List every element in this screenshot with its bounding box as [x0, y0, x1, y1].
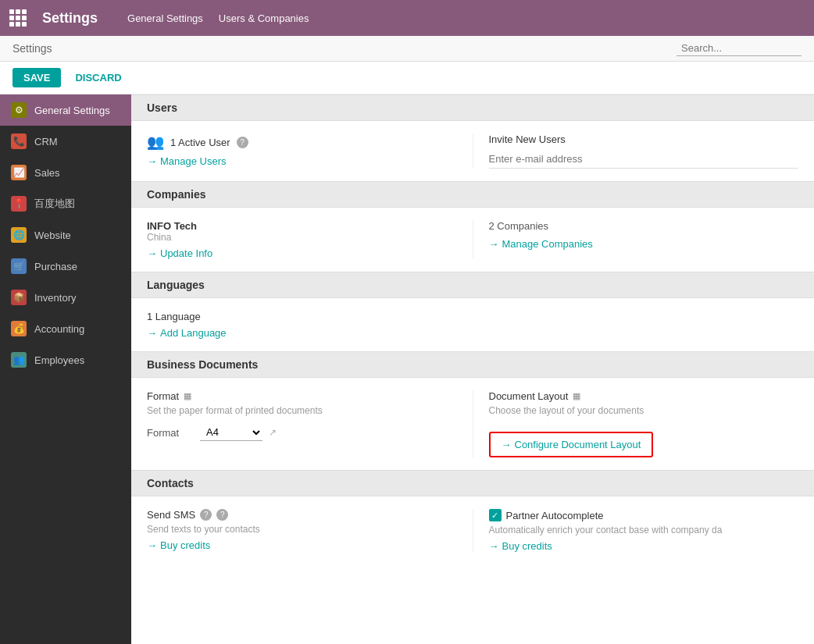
inventory-icon: 📦	[11, 290, 27, 305]
contacts-left-col: Send SMS ? ? Send texts to your contacts…	[147, 509, 473, 552]
companies-right-col: 2 Companies → Manage Companies	[473, 220, 799, 259]
company-name: INFO Tech	[147, 220, 457, 232]
content-area: Users 👥 1 Active User ? → Manage Users I…	[131, 94, 814, 644]
manage-companies-link[interactable]: → Manage Companies	[489, 238, 799, 250]
invite-email-input[interactable]	[489, 150, 799, 169]
sidebar-item-general-settings[interactable]: ⚙ General Settings	[0, 94, 131, 126]
business-docs-section-header: Business Documents	[131, 351, 814, 378]
sidebar-item-inventory[interactable]: 📦 Inventory	[0, 282, 131, 313]
buy-credits-link-2[interactable]: → Buy credits	[489, 540, 799, 552]
help-icon[interactable]: ?	[237, 137, 248, 148]
active-user-count: 1 Active User	[170, 137, 230, 148]
users-group-icon: 👥	[147, 133, 164, 151]
update-info-link[interactable]: → Update Info	[147, 247, 457, 259]
sidebar-label-employees: Employees	[34, 354, 84, 366]
sidebar-label-inventory: Inventory	[34, 292, 76, 304]
buy-credits-link-1[interactable]: → Buy credits	[147, 539, 457, 551]
partner-autocomplete-label: Partner Autocomplete	[506, 510, 604, 521]
format-label: Format ▦	[147, 390, 457, 402]
users-section-body: 👥 1 Active User ? → Manage Users Invite …	[131, 121, 814, 181]
crm-icon: 📞	[11, 133, 27, 149]
sidebar-item-website[interactable]: 🌐 Website	[0, 219, 131, 251]
save-button[interactable]: SAVE	[12, 68, 61, 87]
partner-autocomplete-row: ✓ Partner Autocomplete	[489, 509, 799, 521]
arrow-right-icon-2: →	[147, 247, 157, 259]
map-icon: 📍	[11, 196, 27, 212]
main-layout: ⚙ General Settings 📞 CRM 📈 Sales 📍 百度地图 …	[0, 94, 814, 644]
users-left-col: 👥 1 Active User ? → Manage Users	[147, 133, 473, 169]
sidebar-item-crm[interactable]: 📞 CRM	[0, 126, 131, 157]
language-count: 1 Language	[147, 311, 798, 322]
format-field-label: Format	[147, 427, 194, 439]
business-docs-right-col: Document Layout ▦ Choose the layout of y…	[473, 390, 799, 457]
arrow-right-icon: →	[147, 155, 157, 167]
send-sms-desc: Send texts to your contacts	[147, 524, 457, 535]
sidebar-item-map[interactable]: 📍 百度地图	[0, 188, 131, 219]
arrow-right-icon-6: →	[147, 539, 157, 551]
purchase-icon: 🛒	[11, 258, 27, 274]
arrow-right-icon-5: →	[502, 439, 512, 450]
send-sms-row: Send SMS ? ?	[147, 509, 457, 521]
users-right-col: Invite New Users	[473, 133, 799, 169]
companies-left-col: INFO Tech China → Update Info	[147, 220, 473, 259]
languages-section-body: 1 Language → Add Language	[131, 298, 814, 351]
company-country: China	[147, 232, 457, 243]
users-section-header: Users	[131, 94, 814, 121]
subheader: Settings	[0, 36, 814, 62]
doc-layout-label: Document Layout ▦	[489, 390, 799, 402]
arrow-right-icon-3: →	[489, 238, 499, 250]
sidebar-label-accounting: Accounting	[34, 323, 84, 335]
sidebar-label-general-settings: General Settings	[34, 105, 110, 116]
send-sms-help-icon-2[interactable]: ?	[216, 509, 228, 521]
search-input[interactable]	[677, 41, 802, 56]
sidebar-item-purchase[interactable]: 🛒 Purchase	[0, 251, 131, 282]
sidebar: ⚙ General Settings 📞 CRM 📈 Sales 📍 百度地图 …	[0, 94, 131, 644]
arrow-right-icon-4: →	[147, 327, 157, 339]
send-sms-help-icon[interactable]: ?	[200, 509, 212, 521]
sidebar-label-map: 百度地图	[34, 197, 75, 211]
business-docs-section-body: Format ▦ Set the paper format of printed…	[131, 378, 814, 470]
employees-icon: 👥	[11, 352, 27, 368]
topbar: Settings General Settings Users & Compan…	[0, 0, 814, 36]
send-sms-label: Send SMS	[147, 509, 195, 521]
active-user-row: 👥 1 Active User ?	[147, 133, 457, 151]
format-select[interactable]: A4 A3 Letter	[200, 424, 262, 441]
sidebar-label-crm: CRM	[34, 136, 58, 148]
format-desc: Set the paper format of printed document…	[147, 405, 457, 416]
external-link-icon[interactable]: ↗	[269, 427, 277, 438]
accounting-icon: 💰	[11, 321, 27, 336]
general-settings-nav-link[interactable]: General Settings	[121, 9, 209, 27]
top-navigation: General Settings Users & Companies	[121, 9, 315, 27]
business-docs-left-col: Format ▦ Set the paper format of printed…	[147, 390, 473, 457]
sidebar-label-purchase: Purchase	[34, 261, 77, 272]
sidebar-item-sales[interactable]: 📈 Sales	[0, 157, 131, 188]
arrow-right-icon-7: →	[489, 540, 499, 552]
partner-autocomplete-desc: Automatically enrich your contact base w…	[489, 525, 799, 535]
languages-section-header: Languages	[131, 272, 814, 298]
doc-layout-icon: ▦	[573, 391, 580, 401]
doc-layout-desc: Choose the layout of your documents	[489, 405, 799, 416]
gear-icon: ⚙	[11, 102, 27, 118]
website-icon: 🌐	[11, 227, 27, 243]
sidebar-item-employees[interactable]: 👥 Employees	[0, 344, 131, 375]
sidebar-item-accounting[interactable]: 💰 Accounting	[0, 313, 131, 344]
invite-label: Invite New Users	[489, 133, 799, 145]
format-row: Format A4 A3 Letter ↗	[147, 424, 457, 441]
format-icon: ▦	[184, 391, 191, 401]
contacts-section-body: Send SMS ? ? Send texts to your contacts…	[131, 496, 814, 564]
contacts-right-col: ✓ Partner Autocomplete Automatically enr…	[473, 509, 799, 552]
app-title: Settings	[42, 10, 98, 27]
breadcrumb: Settings	[12, 42, 669, 55]
grid-menu-icon[interactable]	[9, 9, 27, 27]
users-companies-nav-link[interactable]: Users & Companies	[212, 9, 316, 27]
add-language-link[interactable]: → Add Language	[147, 327, 798, 339]
sidebar-label-sales: Sales	[34, 167, 60, 179]
sidebar-label-website: Website	[34, 229, 71, 241]
partner-autocomplete-checkbox[interactable]: ✓	[489, 509, 502, 521]
manage-users-link[interactable]: → Manage Users	[147, 155, 457, 167]
action-buttons: SAVE DISCARD	[0, 62, 814, 94]
companies-section-header: Companies	[131, 181, 814, 208]
discard-button[interactable]: DISCARD	[67, 68, 129, 87]
companies-section-body: INFO Tech China → Update Info 2 Companie…	[131, 208, 814, 272]
configure-document-layout-button[interactable]: → Configure Document Layout	[489, 432, 654, 457]
